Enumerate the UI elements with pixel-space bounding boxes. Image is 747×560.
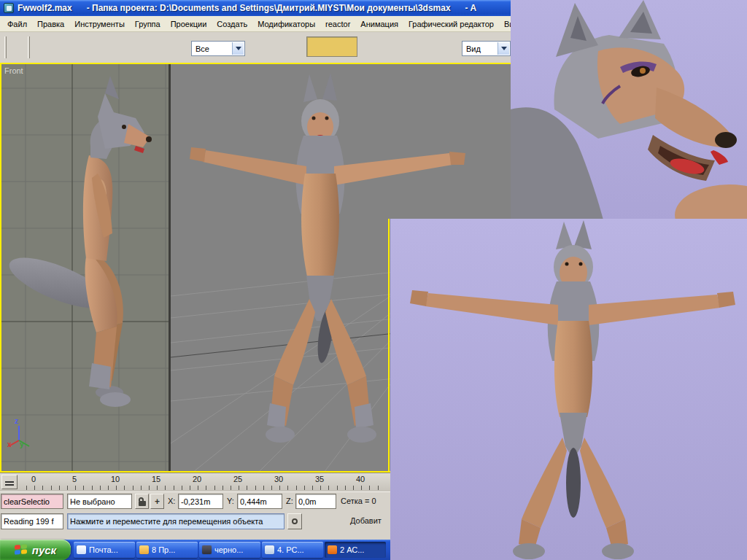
y-coord-label: Y:: [227, 497, 234, 505]
menu-tools[interactable]: Инструменты: [69, 18, 130, 31]
menu-graph-editors[interactable]: Графический редактор: [403, 18, 499, 31]
menu-group[interactable]: Группа: [130, 18, 166, 31]
chevron-down-icon[interactable]: [232, 42, 244, 55]
ruler-tick: 5: [72, 475, 77, 483]
taskbar-item-image[interactable]: черно...: [199, 542, 260, 558]
taskbar-item-mail[interactable]: Почта...: [74, 542, 135, 558]
menu-create[interactable]: Создать: [212, 18, 252, 31]
ruler-tick: 15: [152, 475, 160, 483]
menu-animation[interactable]: Анимация: [355, 18, 403, 31]
menu-file[interactable]: Файл: [2, 18, 32, 31]
start-button-label: пуск: [32, 544, 56, 556]
ruler-tick-marks: [26, 486, 381, 490]
render-window-full-body[interactable]: [390, 219, 747, 560]
prompt-line: Нажмите и переместите для перемещения об…: [67, 513, 285, 529]
taskbar-item-label: 8 Пр...: [152, 545, 175, 554]
menu-reactor[interactable]: reactor: [320, 18, 355, 31]
viewport-label: Front: [4, 66, 23, 75]
ruler-tick: 0: [31, 475, 36, 483]
menu-modifiers[interactable]: Модификаторы: [252, 18, 320, 31]
file-progress-field: Reading 199 f: [1, 513, 63, 529]
reference-coordinate-dropdown[interactable]: Вид: [462, 41, 511, 56]
coord-system-value: Вид: [466, 44, 481, 53]
lock-icon: [139, 497, 146, 506]
ruler-tick: 10: [111, 475, 120, 483]
ruler-tick: 40: [356, 475, 365, 483]
render-window-head-closeup[interactable]: [511, 0, 747, 222]
taskbar-item-label: 4. РС...: [277, 545, 304, 554]
ruler-tick: 20: [193, 475, 201, 483]
taskbar-item-document[interactable]: 4. РС...: [262, 542, 323, 558]
selection-status-field: Не выбрано: [67, 494, 132, 509]
taskbar-item-label: Почта...: [89, 545, 118, 554]
image-icon: [202, 545, 212, 554]
active-viewport-border: [0, 471, 390, 472]
highlighted-color-field[interactable]: [306, 36, 357, 57]
app-icon: [4, 3, 14, 13]
acdsee-icon: [328, 545, 337, 554]
z-coord-input[interactable]: 0,0m: [295, 494, 336, 509]
menu-views[interactable]: Проекции: [166, 18, 212, 31]
time-tag-icon[interactable]: [287, 513, 302, 529]
viewport-splitter[interactable]: [169, 64, 171, 472]
head-render-figure: [511, 0, 747, 222]
toolbar-grip[interactable]: [4, 36, 7, 58]
document-icon: [265, 545, 274, 554]
active-viewport-border: [0, 63, 511, 64]
ruler-tick: 30: [274, 475, 283, 483]
maxscript-mini-listener[interactable]: clearSelectio: [1, 494, 63, 509]
folder-icon: [139, 545, 149, 554]
menu-edit[interactable]: Правка: [32, 18, 69, 31]
taskbar-item-viewer-active[interactable]: 2 АС...: [325, 542, 386, 558]
grid-setting-text: Сетка = 0: [341, 497, 376, 505]
x-coord-input[interactable]: -0,231m: [178, 494, 223, 509]
transform-typein-button[interactable]: +: [150, 494, 164, 509]
taskbar-item-explorer-group[interactable]: 8 Пр...: [136, 542, 198, 558]
taskbar-item-label: 2 АС...: [340, 545, 364, 554]
chevron-down-icon[interactable]: [498, 42, 509, 55]
active-viewport-border: [388, 219, 390, 472]
ruler-tick: 35: [315, 475, 324, 483]
selection-lock-button[interactable]: [135, 494, 149, 509]
selection-filter-value: Все: [196, 44, 209, 53]
3dsmax-application-window: Fwwolf2.max - Папка проекта: D:\Document…: [0, 0, 747, 560]
y-coord-input[interactable]: 0,444m: [237, 494, 282, 509]
start-button[interactable]: пуск: [0, 540, 71, 560]
windows-logo-icon: [15, 544, 28, 556]
front-viewport[interactable]: [0, 64, 169, 472]
active-viewport-border: [0, 63, 1, 472]
front-render-figure: [390, 219, 747, 560]
selection-filter-dropdown[interactable]: Все: [191, 41, 245, 56]
axis-tripod-icon: [6, 424, 35, 449]
character-model-side-view[interactable]: [0, 64, 169, 472]
window-title: Fwwolf2.max - Папка проекта: D:\Document…: [18, 3, 476, 13]
x-coord-label: X:: [168, 497, 175, 505]
taskbar-item-label: черно...: [214, 545, 243, 554]
trackbar-mode-icon[interactable]: [1, 475, 18, 489]
mail-icon: [77, 545, 86, 554]
ruler-tick: 25: [233, 475, 242, 483]
add-time-tag-button[interactable]: Добавит: [350, 516, 382, 525]
toolbar-grip[interactable]: [28, 36, 30, 58]
z-coord-label: Z:: [286, 497, 293, 505]
